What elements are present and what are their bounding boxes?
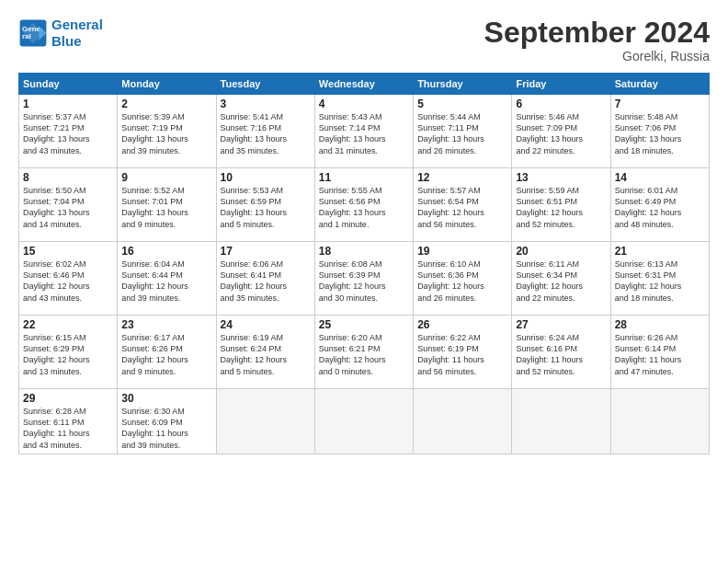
day-info: Sunrise: 5:46 AM Sunset: 7:09 PM Dayligh… — [516, 111, 606, 156]
calendar-cell: 3Sunrise: 5:41 AM Sunset: 7:16 PM Daylig… — [216, 95, 314, 168]
day-info: Sunrise: 5:55 AM Sunset: 6:56 PM Dayligh… — [319, 185, 409, 230]
calendar-cell: 6Sunrise: 5:46 AM Sunset: 7:09 PM Daylig… — [512, 95, 610, 168]
day-info: Sunrise: 6:22 AM Sunset: 6:19 PM Dayligh… — [417, 332, 507, 377]
day-number: 6 — [516, 98, 606, 110]
day-info: Sunrise: 5:48 AM Sunset: 7:06 PM Dayligh… — [615, 111, 705, 156]
calendar-cell: 23Sunrise: 6:17 AM Sunset: 6:26 PM Dayli… — [118, 316, 216, 389]
day-info: Sunrise: 6:02 AM Sunset: 6:46 PM Dayligh… — [23, 259, 113, 304]
day-number: 4 — [319, 98, 409, 110]
location: Gorelki, Russia — [484, 49, 710, 63]
day-info: Sunrise: 6:10 AM Sunset: 6:36 PM Dayligh… — [417, 259, 507, 304]
day-number: 28 — [615, 318, 705, 331]
calendar-cell: 13Sunrise: 5:59 AM Sunset: 6:51 PM Dayli… — [512, 168, 610, 242]
calendar-cell: 16Sunrise: 6:04 AM Sunset: 6:44 PM Dayli… — [118, 242, 216, 316]
day-number: 25 — [319, 318, 409, 331]
day-info: Sunrise: 5:59 AM Sunset: 6:51 PM Dayligh… — [516, 185, 606, 230]
day-number: 21 — [615, 245, 705, 258]
month-title: September 2024 — [484, 17, 710, 49]
calendar-cell: 1Sunrise: 5:37 AM Sunset: 7:21 PM Daylig… — [19, 95, 118, 168]
calendar-cell: 17Sunrise: 6:06 AM Sunset: 6:41 PM Dayli… — [216, 242, 314, 316]
day-info: Sunrise: 5:41 AM Sunset: 7:16 PM Dayligh… — [221, 111, 311, 156]
calendar-cell: 7Sunrise: 5:48 AM Sunset: 7:06 PM Daylig… — [610, 95, 709, 168]
day-number: 23 — [121, 318, 211, 331]
day-number: 8 — [23, 171, 113, 184]
day-number: 7 — [615, 98, 705, 110]
day-number: 9 — [121, 171, 211, 184]
day-info: Sunrise: 6:06 AM Sunset: 6:41 PM Dayligh… — [221, 259, 311, 304]
day-number: 29 — [23, 392, 113, 405]
calendar-cell — [414, 389, 512, 454]
calendar-table: Sunday Monday Tuesday Wednesday Thursday… — [18, 73, 710, 454]
logo-text: General Blue — [51, 17, 103, 50]
col-saturday: Saturday — [610, 74, 709, 95]
day-number: 17 — [221, 245, 311, 258]
day-info: Sunrise: 6:13 AM Sunset: 6:31 PM Dayligh… — [615, 259, 705, 304]
day-info: Sunrise: 5:39 AM Sunset: 7:19 PM Dayligh… — [121, 111, 211, 156]
day-info: Sunrise: 6:28 AM Sunset: 6:11 PM Dayligh… — [23, 406, 113, 451]
day-number: 16 — [121, 245, 211, 258]
day-info: Sunrise: 5:52 AM Sunset: 7:01 PM Dayligh… — [121, 185, 211, 230]
table-row: 22Sunrise: 6:15 AM Sunset: 6:29 PM Dayli… — [19, 316, 710, 389]
day-number: 12 — [417, 171, 507, 184]
table-row: 15Sunrise: 6:02 AM Sunset: 6:46 PM Dayli… — [19, 242, 710, 316]
day-number: 5 — [417, 98, 507, 110]
calendar-cell: 5Sunrise: 5:44 AM Sunset: 7:11 PM Daylig… — [414, 95, 512, 168]
day-info: Sunrise: 6:20 AM Sunset: 6:21 PM Dayligh… — [319, 332, 409, 377]
calendar-cell: 26Sunrise: 6:22 AM Sunset: 6:19 PM Dayli… — [414, 316, 512, 389]
day-info: Sunrise: 5:37 AM Sunset: 7:21 PM Dayligh… — [23, 111, 113, 156]
calendar-cell: 27Sunrise: 6:24 AM Sunset: 6:16 PM Dayli… — [512, 316, 610, 389]
day-number: 10 — [221, 171, 311, 184]
title-block: September 2024 Gorelki, Russia — [484, 17, 710, 63]
day-number: 27 — [516, 318, 606, 331]
calendar-cell: 25Sunrise: 6:20 AM Sunset: 6:21 PM Dayli… — [314, 316, 413, 389]
calendar-cell: 10Sunrise: 5:53 AM Sunset: 6:59 PM Dayli… — [216, 168, 314, 242]
calendar-cell: 18Sunrise: 6:08 AM Sunset: 6:39 PM Dayli… — [314, 242, 413, 316]
calendar-cell: 24Sunrise: 6:19 AM Sunset: 6:24 PM Dayli… — [216, 316, 314, 389]
day-info: Sunrise: 6:04 AM Sunset: 6:44 PM Dayligh… — [121, 259, 211, 304]
calendar-cell — [610, 389, 709, 454]
day-info: Sunrise: 5:53 AM Sunset: 6:59 PM Dayligh… — [221, 185, 311, 230]
day-info: Sunrise: 5:43 AM Sunset: 7:14 PM Dayligh… — [319, 111, 409, 156]
day-number: 19 — [417, 245, 507, 258]
day-info: Sunrise: 6:19 AM Sunset: 6:24 PM Dayligh… — [221, 332, 311, 377]
table-row: 8Sunrise: 5:50 AM Sunset: 7:04 PM Daylig… — [19, 168, 710, 242]
calendar-cell: 2Sunrise: 5:39 AM Sunset: 7:19 PM Daylig… — [118, 95, 216, 168]
header-row: Sunday Monday Tuesday Wednesday Thursday… — [19, 74, 710, 95]
calendar-cell: 14Sunrise: 6:01 AM Sunset: 6:49 PM Dayli… — [610, 168, 709, 242]
day-info: Sunrise: 6:17 AM Sunset: 6:26 PM Dayligh… — [121, 332, 211, 377]
day-info: Sunrise: 5:50 AM Sunset: 7:04 PM Dayligh… — [23, 185, 113, 230]
col-friday: Friday — [512, 74, 610, 95]
day-number: 18 — [319, 245, 409, 258]
calendar-cell: 4Sunrise: 5:43 AM Sunset: 7:14 PM Daylig… — [314, 95, 413, 168]
day-number: 15 — [23, 245, 113, 258]
day-number: 26 — [417, 318, 507, 331]
day-info: Sunrise: 6:24 AM Sunset: 6:16 PM Dayligh… — [516, 332, 606, 377]
day-info: Sunrise: 6:01 AM Sunset: 6:49 PM Dayligh… — [615, 185, 705, 230]
calendar-cell: 30Sunrise: 6:30 AM Sunset: 6:09 PM Dayli… — [118, 389, 216, 454]
header: Gene- ral General Blue September 2024 Go… — [18, 17, 710, 63]
col-thursday: Thursday — [414, 74, 512, 95]
day-info: Sunrise: 6:08 AM Sunset: 6:39 PM Dayligh… — [319, 259, 409, 304]
day-number: 24 — [221, 318, 311, 331]
calendar-cell — [512, 389, 610, 454]
col-wednesday: Wednesday — [314, 74, 413, 95]
calendar-cell: 19Sunrise: 6:10 AM Sunset: 6:36 PM Dayli… — [414, 242, 512, 316]
day-number: 3 — [221, 98, 311, 110]
day-info: Sunrise: 6:30 AM Sunset: 6:09 PM Dayligh… — [121, 406, 211, 451]
calendar-cell: 15Sunrise: 6:02 AM Sunset: 6:46 PM Dayli… — [19, 242, 118, 316]
day-number: 14 — [615, 171, 705, 184]
page: Gene- ral General Blue September 2024 Go… — [0, 0, 728, 563]
calendar-cell: 20Sunrise: 6:11 AM Sunset: 6:34 PM Dayli… — [512, 242, 610, 316]
calendar-cell: 12Sunrise: 5:57 AM Sunset: 6:54 PM Dayli… — [414, 168, 512, 242]
col-monday: Monday — [118, 74, 216, 95]
calendar-cell: 9Sunrise: 5:52 AM Sunset: 7:01 PM Daylig… — [118, 168, 216, 242]
day-info: Sunrise: 5:44 AM Sunset: 7:11 PM Dayligh… — [417, 111, 507, 156]
calendar-cell: 21Sunrise: 6:13 AM Sunset: 6:31 PM Dayli… — [610, 242, 709, 316]
day-info: Sunrise: 5:57 AM Sunset: 6:54 PM Dayligh… — [417, 185, 507, 230]
calendar-cell: 11Sunrise: 5:55 AM Sunset: 6:56 PM Dayli… — [314, 168, 413, 242]
day-number: 20 — [516, 245, 606, 258]
day-number: 1 — [23, 98, 113, 110]
calendar-cell: 29Sunrise: 6:28 AM Sunset: 6:11 PM Dayli… — [19, 389, 118, 454]
table-row: 29Sunrise: 6:28 AM Sunset: 6:11 PM Dayli… — [19, 389, 710, 454]
day-info: Sunrise: 6:15 AM Sunset: 6:29 PM Dayligh… — [23, 332, 113, 377]
